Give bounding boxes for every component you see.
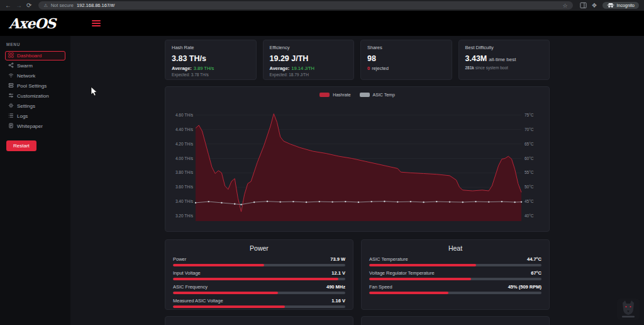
svg-text:55°C: 55°C (525, 170, 534, 174)
svg-text:50°C: 50°C (525, 185, 534, 189)
stat-cards-row: Hash Rate 3.83 TH/s Average:3.89 TH/s Ex… (165, 40, 550, 80)
meter-value: 1.16 V (331, 298, 345, 304)
next-card-stub (165, 316, 353, 325)
legend-label: Hashrate (333, 93, 350, 97)
efficiency-card: Efficiency 19.29 J/TH Average:19.14 J/TH… (263, 40, 355, 80)
meter-label: Input Voltage (173, 270, 201, 276)
svg-text:3.20 TH/s: 3.20 TH/s (175, 214, 194, 218)
bookmark-star-icon[interactable]: ☆ (563, 3, 568, 9)
app-header: AxeOS (0, 11, 644, 36)
sidebar-item-dashboard[interactable]: Dashboard (5, 51, 65, 60)
efficiency-value: 19.29 J/TH (270, 54, 348, 63)
progress-track (173, 278, 345, 280)
svg-text:4.00 TH/s: 4.00 TH/s (175, 156, 194, 161)
best-difficulty-value: 3.43M (465, 54, 487, 63)
meter-value: 12.1 V (331, 270, 345, 276)
menu-section-label: MENU (6, 42, 65, 47)
security-label[interactable]: Not secure (51, 3, 74, 8)
average-label: Average: (270, 66, 290, 71)
boot-difficulty-value: 281k (465, 66, 474, 70)
progress-track (369, 264, 541, 266)
pool-settings-icon (8, 83, 14, 89)
sidebar-item-label: Whitepaper (17, 123, 43, 129)
sidebar-item-label: Settings (17, 103, 35, 109)
meter-value: 73.9 W (330, 256, 345, 262)
meter-label: Voltage Regulator Temperature (369, 270, 435, 276)
reload-icon[interactable]: ⟳ (26, 3, 31, 9)
progress-fill (173, 278, 338, 280)
asic-temp-swatch (360, 93, 370, 97)
svg-text:70°C: 70°C (525, 127, 534, 132)
sidebar-item-network[interactable]: Network (5, 71, 65, 81)
url-text[interactable]: 192.168.86.167/#/ (77, 3, 560, 8)
whitepaper-icon (8, 123, 14, 130)
main-content: Hash Rate 3.83 TH/s Average:3.89 TH/s Ex… (70, 36, 644, 325)
card-title: Best Difficulty (465, 45, 543, 50)
customization-icon (8, 93, 14, 100)
meter-label: Measured ASIC Voltage (173, 298, 223, 304)
progress-track (173, 305, 345, 308)
svg-text:45°C: 45°C (525, 199, 534, 203)
dashboard-icon (8, 52, 14, 59)
vr-temperature-meter: Voltage Regulator Temperature67°C (369, 270, 541, 280)
legend-asic-temp[interactable]: ASIC Temp (360, 93, 395, 97)
boot-difficulty-note: since system boot (475, 66, 508, 70)
progress-track (369, 278, 541, 280)
progress-fill (173, 305, 285, 308)
sidebar-item-label: Dashboard (17, 53, 42, 59)
incognito-icon (607, 3, 614, 8)
sidebar: MENU Dashboard Swarm Network Pool Settin… (0, 36, 70, 325)
power-meter: Power73.9 W (173, 256, 345, 266)
shares-value: 98 (367, 54, 445, 63)
asic-voltage-meter: Measured ASIC Voltage1.16 V (173, 298, 345, 308)
panel-title: Power (173, 244, 345, 252)
best-difficulty-note: all-time best (489, 57, 516, 62)
svg-text:3.80 TH/s: 3.80 TH/s (175, 170, 194, 174)
heat-panel: Heat ASIC Temperature44.7°C Voltage Regu… (361, 239, 550, 310)
sidebar-item-pool-settings[interactable]: Pool Settings (5, 81, 65, 91)
meter-value: 490 MHz (326, 284, 345, 290)
svg-text:4.20 TH/s: 4.20 TH/s (175, 142, 194, 146)
restart-button[interactable]: Restart (6, 140, 36, 151)
chart-legend: Hashrate ASIC Temp (170, 91, 544, 98)
meter-value: 44.7°C (527, 256, 541, 262)
panels-row: Power Power73.9 W Input Voltage12.1 V AS… (165, 239, 550, 310)
network-icon (8, 72, 14, 79)
address-bar[interactable]: ⚠ Not secure 192.168.86.167/#/ ☆ (38, 1, 572, 9)
best-difficulty-card: Best Difficulty 3.43Mall-time best 281k … (458, 40, 550, 80)
extensions-icon[interactable]: ❖ (592, 3, 597, 9)
svg-text:4.40 TH/s: 4.40 TH/s (175, 127, 194, 132)
sidebar-item-label: Network (17, 73, 35, 79)
asic-temperature-meter: ASIC Temperature44.7°C (369, 256, 541, 266)
back-icon[interactable]: ← (5, 3, 11, 9)
progress-fill (173, 264, 264, 266)
average-value: 19.14 J/TH (291, 66, 314, 71)
legend-label: ASIC Temp (373, 93, 395, 97)
sidebar-item-whitepaper[interactable]: Whitepaper (5, 122, 65, 131)
svg-text:3.60 TH/s: 3.60 TH/s (175, 185, 194, 189)
svg-text:75°C: 75°C (525, 113, 534, 117)
average-value: 3.89 TH/s (194, 66, 214, 71)
hashrate-chart-card: Hashrate ASIC Temp 4.60 TH/s75°C4.40 TH/… (165, 86, 550, 232)
svg-text:40°C: 40°C (525, 214, 534, 218)
legend-hashrate[interactable]: Hashrate (319, 93, 350, 97)
sidebar-item-swarm[interactable]: Swarm (5, 61, 65, 71)
side-panel-icon[interactable] (580, 2, 587, 9)
settings-icon (8, 103, 14, 110)
axeos-logo: AxeOS (9, 15, 55, 31)
input-voltage-meter: Input Voltage12.1 V (173, 270, 345, 280)
progress-track (173, 292, 345, 294)
meter-label: ASIC Frequency (173, 284, 208, 290)
menu-toggle-icon[interactable] (92, 20, 101, 26)
panel-title: Heat (369, 244, 541, 252)
svg-text:60°C: 60°C (525, 156, 534, 161)
sidebar-item-logs[interactable]: Logs (5, 111, 65, 121)
rejected-label: rejected (372, 66, 389, 71)
forward-icon[interactable]: → (16, 3, 22, 9)
sidebar-item-customization[interactable]: Customization (5, 91, 65, 101)
sidebar-item-settings[interactable]: Settings (5, 101, 65, 111)
hashrate-temp-chart[interactable]: 4.60 TH/s75°C4.40 TH/s70°C4.20 TH/s65°C4… (170, 100, 544, 227)
incognito-badge: Incognito (602, 2, 639, 9)
card-title: Efficiency (270, 45, 348, 50)
meter-value: 45% (509 RPM) (508, 284, 541, 290)
